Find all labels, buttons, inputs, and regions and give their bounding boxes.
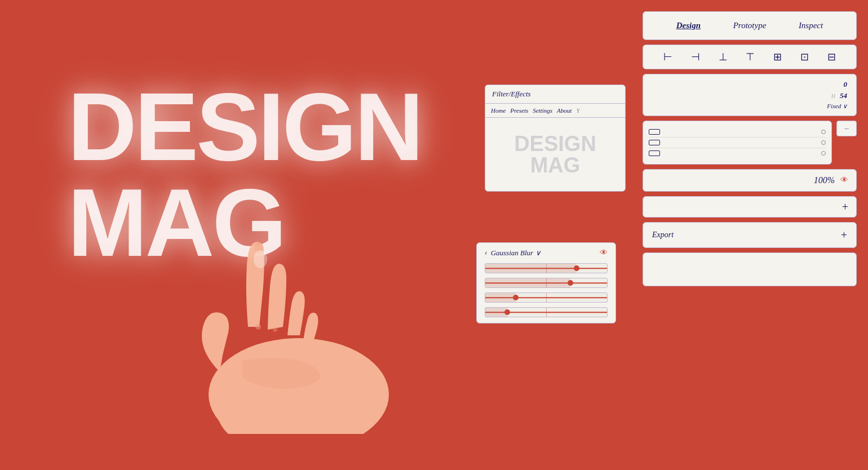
y-row: H 54: [652, 91, 847, 100]
align-right-icon[interactable]: ⊥: [719, 51, 728, 63]
distribute-icon[interactable]: ⊟: [827, 51, 836, 63]
comp-rect-2: [649, 140, 660, 145]
add-layer-button[interactable]: +: [842, 201, 848, 212]
align-middle-icon[interactable]: ⊞: [773, 51, 782, 63]
opacity-panel: 100% 👁: [643, 169, 857, 192]
h-label: H: [831, 93, 835, 99]
more-options-button[interactable]: ···: [836, 121, 857, 136]
slider-3[interactable]: [485, 292, 608, 303]
filter-nav: Home Presets Settings About Y: [485, 104, 625, 118]
properties-panel: 0 H 54 Fixed ∨: [643, 74, 857, 116]
blur-dropdown[interactable]: Gaussian Blur ∨: [491, 249, 541, 258]
blur-back-button[interactable]: ‹: [485, 249, 488, 258]
preview-line1: DESIGN: [514, 133, 596, 154]
opacity-eye-icon[interactable]: 👁: [840, 176, 848, 185]
right-panels: Design Prototype Inspect ⊢ ⊣ ⊥ ⊤ ⊞ ⊡ ⊟ 0…: [643, 11, 857, 286]
comp-dot-3: [821, 151, 826, 156]
filter-nav-about[interactable]: About: [557, 107, 572, 114]
blur-header: ‹ Gaussian Blur ∨ 👁: [485, 249, 608, 258]
align-center-h-icon[interactable]: ⊣: [691, 51, 700, 63]
comp-rect-1: [649, 129, 660, 135]
slider-2[interactable]: [485, 278, 608, 288]
opacity-value: 100%: [814, 175, 835, 185]
components-row: ···: [643, 121, 857, 165]
gaussian-blur-popup: ‹ Gaussian Blur ∨ 👁: [476, 242, 616, 323]
align-left-icon[interactable]: ⊢: [663, 51, 672, 63]
blur-dropdown-arrow: ∨: [535, 249, 541, 258]
components-list: [643, 121, 832, 165]
export-add-button[interactable]: +: [841, 229, 847, 241]
y-value: 54: [840, 91, 847, 100]
comp-dot-1: [821, 130, 826, 134]
preview-text: DESIGN MAG: [514, 133, 596, 176]
x-row: 0: [652, 80, 847, 89]
constraint-row: Fixed ∨: [652, 103, 847, 110]
comp-row-2: [649, 138, 826, 148]
comp-row-1: [649, 127, 826, 138]
blur-title-group: ‹ Gaussian Blur ∨: [485, 249, 541, 258]
align-bottom-icon[interactable]: ⊡: [800, 51, 809, 63]
tab-prototype[interactable]: Prototype: [730, 20, 770, 32]
x-value: 0: [844, 80, 848, 89]
constraint-label: Fixed ∨: [827, 103, 847, 110]
filter-preview: DESIGN MAG: [485, 118, 625, 191]
filter-nav-settings[interactable]: Settings: [533, 107, 552, 114]
blur-title-text: Gaussian Blur: [491, 249, 533, 258]
filter-header: Filter/Effects: [485, 85, 625, 104]
slider-4[interactable]: [485, 307, 608, 317]
blur-eye-icon[interactable]: 👁: [600, 249, 608, 258]
align-top-icon[interactable]: ⊤: [746, 51, 755, 63]
export-label: Export: [652, 230, 674, 240]
layer-add-panel: +: [643, 196, 857, 218]
filter-nav-extra: Y: [576, 107, 579, 114]
comp-row-3: [649, 148, 826, 158]
export-panel: Export +: [643, 222, 857, 248]
filter-nav-home[interactable]: Home: [491, 107, 506, 114]
align-panel: ⊢ ⊣ ⊥ ⊤ ⊞ ⊡ ⊟: [643, 45, 857, 69]
tab-design[interactable]: Design: [673, 20, 704, 32]
comp-dot-2: [821, 140, 826, 145]
filter-title: Filter/Effects: [492, 90, 531, 98]
filter-nav-presets[interactable]: Presets: [510, 107, 528, 114]
comp-rect-3: [649, 150, 660, 156]
preview-line2: MAG: [514, 154, 596, 176]
bottom-empty-panel: [643, 252, 857, 286]
filter-effects-popup: Filter/Effects Home Presets Settings Abo…: [485, 85, 626, 192]
slider-1[interactable]: [485, 263, 608, 273]
tab-inspect[interactable]: Inspect: [795, 20, 826, 32]
tab-bar-panel: Design Prototype Inspect: [643, 11, 857, 40]
